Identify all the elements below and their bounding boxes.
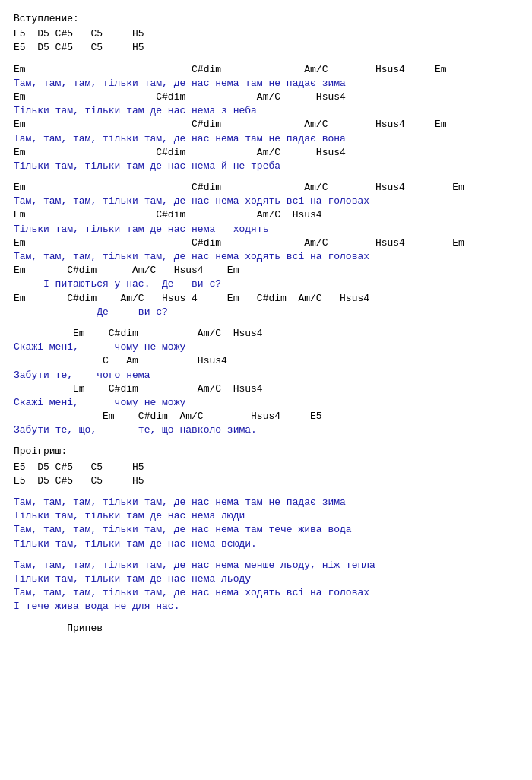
song-content: Вступление:E5 D5 C#5 C5 H5E5 D5 C#5 C5 H… — [14, 12, 518, 636]
content-line-verse2-lyric4: Тільки там, тільки там де нас нема всюди… — [14, 537, 518, 551]
content-line-chorus1-chords3: Em C#dim Am/C Hsus4 Em — [14, 118, 518, 132]
content-line-verse1-chords4: Em C#dim Am/C Hsus4 E5 — [14, 410, 518, 423]
content-line-verse1-lyric4: Забути те, що, те, що навколо зима. — [14, 423, 518, 437]
content-line-chorus2-lyric2: Тільки там, тільки там де нас нема ходят… — [14, 223, 518, 236]
content-line-prypev-title: Припев — [14, 622, 518, 636]
content-line-chorus2-chords5: Em C#dim Am/C Hsus 4 Em C#dim Am/C Hsus4 — [14, 292, 518, 306]
content-line-chorus2-lyric1: Там, там, там, тільки там, де нас нема х… — [14, 195, 518, 208]
content-line-proigrish-notes1: E5 D5 C#5 C5 H5 — [14, 461, 518, 474]
content-line-proigrish-notes2: E5 D5 C#5 C5 H5 — [14, 474, 518, 488]
content-line-blank1 — [14, 55, 518, 63]
content-line-chorus1-lyric1: Там, там, там, тільки там, де нас нема т… — [14, 77, 518, 90]
content-line-verse3-lyric1: Там, там, там, тільки там, де нас нема м… — [14, 559, 518, 572]
content-line-vstuplenie-notes2: E5 D5 C#5 C5 H5 — [14, 41, 518, 55]
content-line-verse1-chords3: Em C#dim Am/C Hsus4 — [14, 382, 518, 396]
content-line-verse2-lyric2: Тільки там, тільки там де нас нема люди — [14, 509, 518, 523]
content-line-verse3-lyric2: Тільки там, тільки там де нас нема льоду — [14, 572, 518, 586]
content-line-verse3-lyric3: Там, там, там, тільки там, де нас нема х… — [14, 586, 518, 600]
content-line-verse1-chords1: Em C#dim Am/C Hsus4 — [14, 327, 518, 341]
content-line-proigrish-title: Проiгриш: — [14, 445, 518, 458]
content-line-vstuplenie-title: Вступление: — [14, 12, 518, 26]
content-line-blank2 — [14, 173, 518, 181]
content-line-verse2-lyric1: Там, там, там, тільки там, де нас нема т… — [14, 496, 518, 509]
content-line-blank7 — [14, 614, 518, 622]
content-line-chorus1-chords1: Em C#dim Am/C Hsus4 Em — [14, 63, 518, 77]
content-line-chorus1-lyric2: Тільки там, тільки там де нас нема з неб… — [14, 104, 518, 118]
content-line-vstuplenie-notes1: E5 D5 C#5 C5 H5 — [14, 27, 518, 41]
content-line-chorus2-chords1: Em C#dim Am/C Hsus4 Em — [14, 181, 518, 195]
content-line-blank5 — [14, 488, 518, 496]
content-line-chorus1-lyric3: Там, там, там, тільки там, де нас нема т… — [14, 132, 518, 146]
content-line-verse2-lyric3: Там, там, там, тільки там, де нас нема т… — [14, 523, 518, 537]
content-line-chorus2-chords2: Em C#dim Am/C Hsus4 — [14, 208, 518, 222]
content-line-verse1-lyric3: Скажі мені, чому не можу — [14, 396, 518, 410]
content-line-chorus2-chords4: Em C#dim Am/C Hsus4 Em — [14, 264, 518, 277]
content-line-chorus2-chords3: Em C#dim Am/C Hsus4 Em — [14, 236, 518, 250]
content-line-chorus2-lyric5: Де ви є? — [14, 306, 518, 319]
content-line-verse1-lyric1: Скажі мені, чому не можу — [14, 341, 518, 354]
content-line-verse1-chords2: C Am Hsus4 — [14, 354, 518, 368]
content-line-blank4 — [14, 437, 518, 445]
content-line-verse1-lyric2: Забути те, чого нема — [14, 369, 518, 382]
content-line-chorus1-lyric4: Тільки там, тільки там де нас нема й не … — [14, 160, 518, 173]
content-line-chorus2-lyric3: Там, там, там, тільки там, де нас нема х… — [14, 250, 518, 264]
content-line-blank3 — [14, 319, 518, 327]
content-line-blank6 — [14, 551, 518, 559]
content-line-chorus1-chords4: Em C#dim Am/C Hsus4 — [14, 146, 518, 160]
content-line-verse3-lyric4: І тече жива вода не для нас. — [14, 600, 518, 614]
content-line-chorus2-lyric4: І питаються у нас. Де ви є? — [14, 277, 518, 291]
content-line-chorus1-chords2: Em C#dim Am/C Hsus4 — [14, 90, 518, 104]
